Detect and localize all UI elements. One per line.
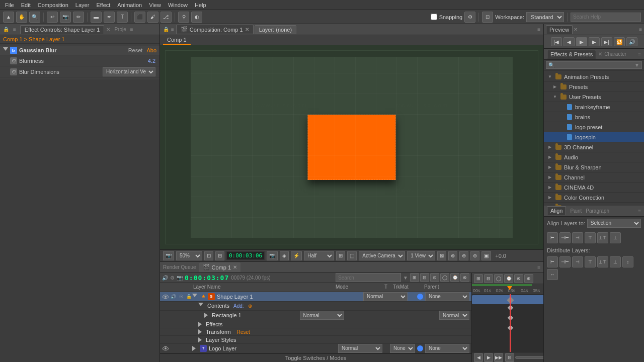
3d-channel-item[interactable]: ▶ 3D Channel	[544, 142, 644, 152]
transform-reset-btn[interactable]: Reset	[237, 329, 250, 335]
fast-preview-btn[interactable]: ⚡	[291, 251, 302, 260]
channel-item[interactable]: ▶ Channel	[544, 172, 644, 183]
tl-btn-2[interactable]: ⊟	[420, 273, 429, 282]
ep-search-input[interactable]	[554, 62, 634, 68]
menu-effect[interactable]: Effect	[93, 1, 113, 9]
color-correction-item[interactable]: ▶ Color Correction	[544, 193, 644, 203]
timeline-current-time[interactable]: 0:00:03:07	[185, 274, 229, 282]
snapping-options[interactable]: ⚙	[464, 12, 475, 23]
blur-dim-stopwatch[interactable]: ⏱	[10, 68, 17, 75]
zoom-select[interactable]: 50% 100% 25%	[176, 251, 202, 260]
prev-loop[interactable]: 🔁	[614, 37, 625, 46]
view-options-btn[interactable]: ⊚	[470, 251, 479, 260]
gaussian-blur-reset[interactable]: Reset	[128, 47, 143, 53]
toggle-switches-label[interactable]: Toggle Switches / Modes	[285, 355, 347, 361]
tool-rotate[interactable]: ↩	[47, 12, 58, 23]
panel-project-tab[interactable]: Proje	[114, 27, 126, 32]
tl-transport-2[interactable]: ⊟	[484, 274, 493, 283]
comp-settings-btn[interactable]: ⊕	[459, 251, 468, 260]
tl-menu-icon[interactable]: ≡	[537, 264, 540, 270]
layer-tab[interactable]: Layer: (none)	[255, 25, 296, 34]
prev-skip-to-end[interactable]: ▶|	[601, 37, 612, 46]
tl-btn-3[interactable]: ⊙	[430, 273, 439, 282]
tool-brush[interactable]: ✏	[73, 12, 84, 23]
tl-btn-6[interactable]: ⊗	[460, 273, 469, 282]
always-preview-btn[interactable]: ▣	[481, 251, 491, 260]
gaussian-blur-expand[interactable]	[3, 47, 8, 53]
distribute-bottom-btn[interactable]: ⊥	[610, 256, 621, 267]
composition-tab[interactable]: 🎬 Composition: Comp 1 ✕	[176, 25, 254, 34]
tl-zoom-slider[interactable]	[515, 356, 543, 359]
distribute-v-btn[interactable]: ↕	[622, 256, 633, 267]
tl-prev-frame[interactable]: ◀	[474, 353, 483, 362]
tool-pen[interactable]: ✒	[104, 12, 115, 23]
layer-1-solo[interactable]: ☉	[178, 293, 185, 300]
tool-shape-rect[interactable]: ▬	[91, 12, 102, 23]
menu-help[interactable]: Help	[192, 1, 209, 9]
cinema4d-item[interactable]: ▶ CINEMA 4D	[544, 183, 644, 193]
align-center-v-btn[interactable]: ⊥⊤	[597, 232, 608, 243]
distribute-h-btn[interactable]: ↔	[547, 269, 558, 280]
presets-item[interactable]: ▶ Presets	[544, 82, 644, 92]
align-to-select[interactable]: Selection Composition	[587, 219, 641, 228]
rect-mode2[interactable]: Normal	[439, 311, 469, 320]
workspace-select[interactable]: Standard	[526, 12, 564, 22]
panel-menu-icon[interactable]: ≡	[130, 27, 133, 32]
layer-1-lock[interactable]: 🔓	[186, 293, 193, 300]
channel-expand[interactable]: ▶	[547, 174, 553, 180]
prev-audio[interactable]: 🔊	[626, 37, 637, 46]
blur-sharpen-expand[interactable]: ▶	[547, 164, 553, 170]
tl-settings-icon[interactable]: ⚙	[170, 275, 175, 281]
composition-flowchart-btn[interactable]: ⊗	[448, 251, 457, 260]
logo-expand[interactable]	[192, 346, 196, 351]
ep-menu-icon[interactable]: ≡	[638, 51, 641, 57]
distribute-top-btn[interactable]: ⊤	[585, 256, 596, 267]
panel-close-icon[interactable]: ✕	[106, 27, 110, 32]
active-camera-select[interactable]: Active Camera	[359, 251, 405, 260]
user-presets-item[interactable]: ▼ User Presets	[544, 92, 644, 102]
preview-tab[interactable]: Preview	[546, 25, 573, 34]
contents-add-btn[interactable]: Add:	[231, 303, 246, 309]
rect-expand[interactable]	[204, 313, 208, 318]
tl-render-queue-tab[interactable]: Render Queue	[163, 264, 196, 270]
align-menu-icon[interactable]: ≡	[638, 208, 641, 214]
tl-transport-4[interactable]: ⌚	[504, 274, 513, 283]
comp-menu-icon[interactable]: ≡	[537, 27, 540, 32]
resolution-select[interactable]: Half Full Quarter	[304, 251, 334, 260]
align-top-btn[interactable]: ⊤	[585, 232, 596, 243]
effects-presets-tab[interactable]: Effects & Presets	[547, 50, 596, 59]
effect-controls-tab[interactable]: Effect Controls: Shape Layer 1	[20, 25, 105, 34]
logo-trkmat[interactable]: None	[390, 344, 415, 353]
tl-transport-3[interactable]: ◯	[494, 274, 503, 283]
tool-stroke[interactable]: 🖌	[147, 12, 158, 23]
view-count-select[interactable]: 1 View	[407, 251, 435, 260]
transparency-btn[interactable]: ⬚	[347, 251, 357, 260]
workspace-icon[interactable]: ⊡	[482, 12, 493, 23]
search-help-input[interactable]	[571, 13, 641, 22]
logo-eye[interactable]	[162, 345, 169, 352]
tool-hand[interactable]: ✋	[16, 12, 27, 23]
tl-next-frame[interactable]: ▶▶	[494, 353, 503, 362]
menu-layer[interactable]: Layer	[72, 1, 93, 9]
menu-window[interactable]: Window	[165, 1, 191, 9]
menu-file[interactable]: File	[2, 1, 17, 9]
rect-mode[interactable]: Normal	[300, 311, 344, 320]
snapping-checkbox[interactable]	[431, 14, 437, 20]
animation-presets-item[interactable]: ▼ Animation Presets	[544, 72, 644, 82]
menu-animation[interactable]: Animation	[114, 1, 145, 9]
logo-solo-dot[interactable]	[417, 345, 423, 351]
layer-1-eye[interactable]	[162, 293, 169, 300]
tl-transport-5[interactable]: ⊗	[514, 274, 523, 283]
align-center-h-btn[interactable]: ⊣⊢	[559, 232, 571, 243]
align-right-btn[interactable]: ⊣	[572, 232, 583, 243]
distribute-center-h-btn[interactable]: ⊣⊢	[559, 256, 571, 267]
menu-composition[interactable]: Composition	[35, 1, 71, 9]
tl-comp-tab-close[interactable]: ✕	[233, 264, 237, 270]
tl-comp-tab[interactable]: 🎬 Comp 1 ✕	[199, 262, 241, 272]
ep-char-tab[interactable]: Character	[604, 51, 626, 57]
tool-clone[interactable]: ⎇	[160, 12, 172, 23]
composition-tab-close[interactable]: ✕	[245, 27, 249, 32]
tl-btn-5[interactable]: ⌚	[450, 273, 459, 282]
styles-expand[interactable]	[198, 337, 202, 342]
align-bottom-btn[interactable]: ⊥	[610, 232, 621, 243]
